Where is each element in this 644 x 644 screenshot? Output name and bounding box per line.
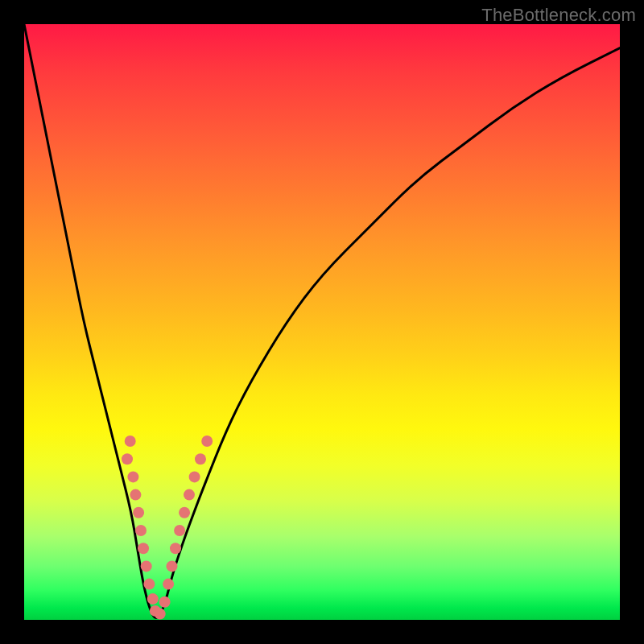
data-dot (167, 560, 178, 572)
data-dot (138, 543, 149, 554)
data-dot (189, 471, 200, 482)
data-dot (170, 543, 181, 554)
chart-frame: TheBottleneck.com (0, 0, 644, 644)
data-dot (174, 525, 185, 536)
data-dot (143, 579, 155, 590)
curve-overlay (0, 0, 644, 644)
data-dot (163, 579, 174, 590)
data-dot (135, 525, 147, 536)
data-dot (147, 593, 159, 605)
data-dot (130, 489, 141, 501)
data-dot (184, 489, 195, 501)
data-dot (159, 597, 171, 608)
data-dot (141, 560, 152, 572)
bottleneck-curve (24, 24, 620, 618)
data-dot (179, 507, 190, 518)
data-dot (201, 436, 213, 447)
data-dot (127, 471, 138, 482)
data-dot (155, 609, 166, 620)
data-dot (125, 436, 136, 447)
data-dot (133, 507, 144, 518)
data-dot (122, 453, 133, 464)
data-dot (195, 453, 206, 464)
